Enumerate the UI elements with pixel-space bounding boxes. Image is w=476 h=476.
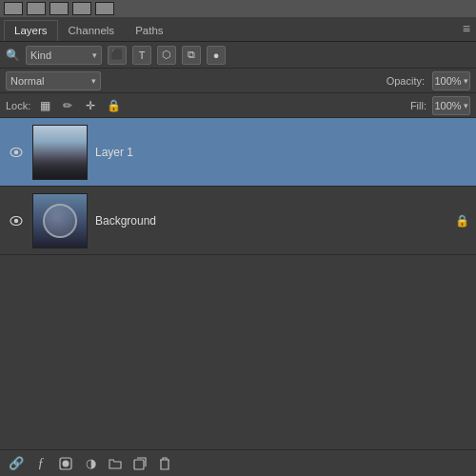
new-group-button[interactable] — [105, 453, 126, 474]
layers-list: Layer 1 Background 🔒 — [0, 118, 476, 449]
layer1-visibility-toggle[interactable] — [8, 144, 25, 161]
opacity-arrow: ▾ — [464, 76, 468, 86]
fill-value-text: 100% — [434, 100, 461, 111]
new-adjustment-button[interactable]: ◑ — [80, 453, 101, 474]
background-thumbnail — [32, 193, 88, 248]
filter-type-dropdown[interactable]: Kind ▾ — [26, 46, 102, 65]
blend-mode-value: Normal — [10, 75, 44, 87]
lock-all-button[interactable]: 🔒 — [105, 97, 122, 114]
filter-type-arrow: ▾ — [92, 50, 97, 60]
lock-position-button[interactable]: ✛ — [82, 97, 99, 114]
new-layer-button[interactable] — [129, 453, 150, 474]
tab-layers[interactable]: Layers — [4, 20, 58, 41]
delete-layer-button[interactable] — [154, 453, 175, 474]
top-thumb-2 — [27, 2, 46, 15]
opacity-value-text: 100% — [434, 75, 461, 87]
add-mask-button[interactable] — [55, 453, 76, 474]
lock-pixels-button[interactable]: ▦ — [36, 97, 53, 114]
layer-item-background[interactable]: Background 🔒 — [0, 187, 476, 255]
layer-item-layer1[interactable]: Layer 1 — [0, 118, 476, 187]
filter-shape-icon[interactable]: ⧉ — [182, 46, 201, 65]
layer1-name: Layer 1 — [95, 146, 468, 159]
top-image-strip — [0, 0, 476, 17]
top-thumb-5 — [95, 2, 114, 15]
svg-point-1 — [14, 149, 18, 153]
eye-icon-svg-bg — [10, 216, 23, 226]
new-layer-icon — [133, 457, 147, 470]
link-layers-button[interactable]: 🔗 — [6, 453, 27, 474]
background-thumb-image — [33, 194, 87, 248]
blend-mode-dropdown[interactable]: Normal ▾ — [6, 71, 101, 90]
filter-pixel-icon[interactable]: ⬛ — [108, 46, 127, 65]
panel-menu-button[interactable]: ≡ — [463, 21, 470, 36]
blend-mode-arrow: ▾ — [91, 76, 96, 86]
tab-paths[interactable]: Paths — [125, 20, 173, 41]
filter-type-label: Kind — [30, 50, 51, 61]
filter-adjustment-icon[interactable]: T — [132, 46, 151, 65]
tabs-row: Layers Channels Paths ≡ — [0, 17, 476, 42]
svg-rect-6 — [134, 460, 144, 469]
opacity-input[interactable]: 100% ▾ — [432, 71, 470, 90]
tab-channels[interactable]: Channels — [58, 20, 126, 41]
svg-point-3 — [14, 218, 18, 222]
background-visibility-toggle[interactable] — [8, 212, 25, 229]
lock-label: Lock: — [6, 100, 30, 111]
lock-image-button[interactable]: ✏ — [59, 97, 76, 114]
svg-point-5 — [63, 460, 69, 466]
filter-smartobject-icon[interactable]: ● — [207, 46, 226, 65]
bottom-toolbar: 🔗 ƒ ◑ — [0, 449, 476, 476]
filter-row: 🔍 Kind ▾ ⬛ T ⬡ ⧉ ● — [0, 42, 476, 69]
fill-input[interactable]: 100% ▾ — [432, 96, 470, 115]
layer1-thumbnail — [32, 125, 88, 180]
lock-row: Lock: ▦ ✏ ✛ 🔒 Fill: 100% ▾ — [0, 93, 476, 118]
trash-icon — [159, 457, 170, 470]
background-lock-icon: 🔒 — [455, 214, 468, 228]
layers-panel: Layers Channels Paths ≡ 🔍 Kind ▾ ⬛ T ⬡ ⧉… — [0, 0, 476, 476]
filter-type-icon[interactable]: ⬡ — [157, 46, 176, 65]
mask-icon — [59, 457, 72, 470]
fill-arrow: ▾ — [464, 101, 468, 110]
background-layer-name: Background — [95, 214, 447, 228]
fill-label: Fill: — [410, 100, 426, 111]
blend-mode-row: Normal ▾ Opacity: 100% ▾ — [0, 69, 476, 93]
opacity-label: Opacity: — [387, 75, 425, 87]
layer1-thumb-image — [33, 126, 87, 179]
add-layer-style-button[interactable]: ƒ — [30, 453, 51, 474]
top-thumb-1 — [4, 2, 23, 15]
folder-icon — [109, 457, 122, 470]
filter-search-icon: 🔍 — [6, 49, 20, 62]
top-thumb-4 — [72, 2, 91, 15]
top-thumb-3 — [50, 2, 69, 15]
eye-icon-svg — [10, 148, 23, 157]
